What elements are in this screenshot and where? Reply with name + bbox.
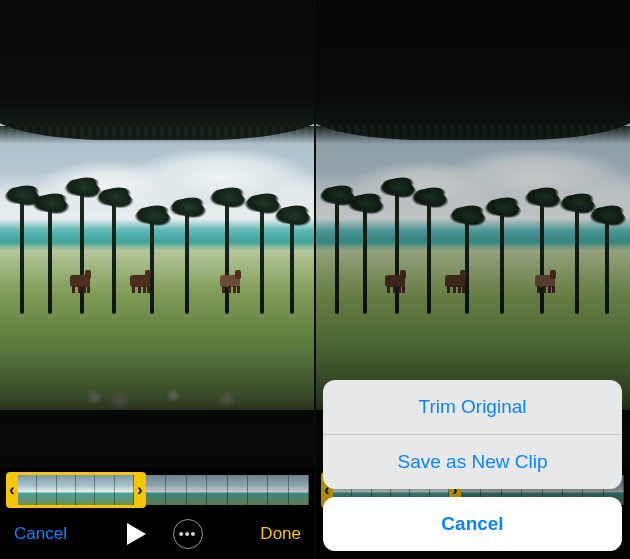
- timeline-thumb: [57, 475, 76, 505]
- timeline-thumb: [115, 475, 134, 505]
- roof-shadow: [0, 0, 315, 140]
- timeline-thumb: [228, 475, 248, 505]
- svg-marker-0: [127, 523, 146, 545]
- timeline-thumb: [166, 475, 186, 505]
- ellipsis-icon: •••: [179, 526, 197, 542]
- palm-tree: [112, 196, 116, 314]
- trim-timeline[interactable]: ‹ ›: [6, 472, 309, 508]
- palm-tree: [80, 186, 84, 314]
- palm-tree: [185, 206, 189, 314]
- horse: [130, 275, 150, 287]
- palm-tree: [150, 214, 154, 314]
- action-sheet: Trim Original Save as New Clip Cancel: [323, 380, 622, 551]
- cancel-button[interactable]: Cancel: [14, 524, 67, 544]
- timeline-thumb: [146, 475, 166, 505]
- trim-selection[interactable]: [18, 472, 134, 508]
- editor-toolbar: Cancel ••• Done: [0, 509, 315, 559]
- cancel-button[interactable]: Cancel: [323, 497, 622, 551]
- save-as-new-clip-button[interactable]: Save as New Clip: [323, 435, 622, 489]
- palm-tree: [225, 196, 229, 314]
- horse: [220, 275, 240, 287]
- action-sheet-screen: ‹ › Trim Original Save as New Clip Cance…: [315, 0, 630, 559]
- action-sheet-group: Trim Original Save as New Clip: [323, 380, 622, 489]
- more-button[interactable]: •••: [173, 519, 203, 549]
- trim-original-button[interactable]: Trim Original: [323, 380, 622, 434]
- palm-tree: [48, 202, 52, 314]
- timeline-thumb: [289, 475, 309, 505]
- timeline-thumb: [187, 475, 207, 505]
- trim-handle-left[interactable]: ‹: [6, 472, 18, 508]
- timeline-thumb: [76, 475, 95, 505]
- horse: [70, 275, 90, 287]
- palm-tree: [260, 202, 264, 314]
- trim-handle-right[interactable]: ›: [134, 472, 146, 508]
- palm-tree: [20, 194, 24, 314]
- timeline-rest[interactable]: [146, 475, 309, 505]
- screens-divider: [314, 0, 316, 559]
- video-preview[interactable]: [0, 0, 315, 469]
- timeline-thumb: [248, 475, 268, 505]
- palm-tree: [290, 214, 294, 314]
- trim-editor-screen: ‹ › Cancel: [0, 0, 315, 559]
- timeline-thumb: [95, 475, 114, 505]
- done-button[interactable]: Done: [260, 524, 301, 544]
- timeline-thumb: [37, 475, 56, 505]
- foreground-shadow: [0, 399, 315, 469]
- timeline-thumb: [18, 475, 37, 505]
- timeline-thumb: [207, 475, 227, 505]
- roof-fringe: [0, 126, 315, 144]
- play-icon[interactable]: [125, 522, 147, 546]
- timeline-thumb: [268, 475, 288, 505]
